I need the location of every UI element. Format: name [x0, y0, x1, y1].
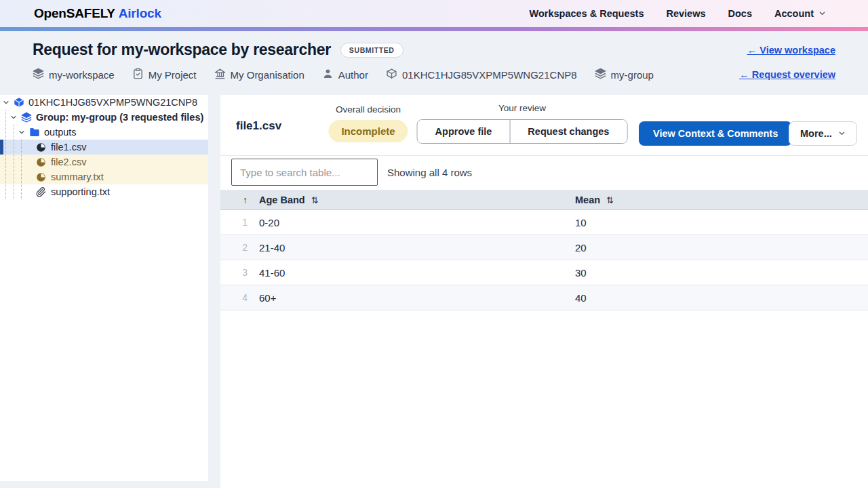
chevron-down-icon	[838, 128, 846, 139]
data-table: ↑ Age Band⇅ Mean⇅ 1 0-20 10 2 21-40 20 3…	[220, 190, 868, 310]
tree-item-label: Group: my-group (3 requested files)	[36, 112, 203, 123]
nav-workspaces-requests[interactable]: Workspaces & Requests	[530, 8, 644, 19]
meta-author: Author	[322, 68, 368, 81]
more-button[interactable]: More...	[789, 121, 857, 146]
nav-account-label: Account	[774, 8, 814, 19]
tree-item-label: summary.txt	[51, 171, 104, 182]
tree-item-file2[interactable]: file2.csv	[0, 155, 208, 169]
view-workspace-link[interactable]: ← View workspace	[747, 45, 835, 56]
chevron-down-icon[interactable]	[18, 129, 26, 136]
request-header: Request for my-workspace by researcher S…	[0, 31, 868, 95]
pie-chart-icon	[35, 142, 47, 153]
clipboard-icon	[132, 68, 144, 81]
meta-project: My Project	[132, 68, 197, 81]
brand-primary: OpenSAFELY	[34, 6, 115, 20]
paperclip-icon	[35, 186, 47, 198]
pie-chart-icon	[35, 157, 47, 168]
rows-status-text: Showing all 4 rows	[387, 159, 472, 186]
table-search-input[interactable]	[231, 159, 378, 186]
chevron-down-icon[interactable]	[10, 114, 18, 121]
view-context-comments-button[interactable]: View Context & Comments	[639, 121, 792, 146]
review-button-group: Approve file Request changes	[417, 119, 628, 144]
tree-item-request-id[interactable]: 01KHC1HJG85VXPMP5WNG21CNP8	[0, 95, 208, 110]
nav-account[interactable]: Account	[774, 8, 826, 19]
meta-organisation: My Organisation	[214, 68, 304, 81]
nav-reviews[interactable]: Reviews	[666, 8, 705, 19]
file-tree: 01KHC1HJG85VXPMP5WNG21CNP8 Group: my-gro…	[0, 95, 208, 199]
page-title: Request for my-workspace by researcher	[33, 41, 331, 59]
folder-icon	[28, 127, 40, 138]
table-row: 3 41-60 30	[220, 260, 868, 285]
meta-workspace: my-workspace	[33, 68, 115, 81]
file-tree-sidebar: 01KHC1HJG85VXPMP5WNG21CNP8 Group: my-gro…	[0, 95, 208, 481]
nav-docs[interactable]: Docs	[728, 8, 752, 19]
overall-decision-label: Overall decision	[328, 104, 408, 115]
top-nav: OpenSAFELYAirlock Workspaces & Requests …	[0, 0, 868, 27]
decision-badge: Incomplete	[328, 120, 408, 142]
meta-request-id: 01KHC1HJG85VXPMP5WNG21CNP8	[386, 68, 577, 81]
overall-decision: Overall decision Incomplete	[328, 104, 408, 142]
bank-icon	[214, 68, 226, 81]
layers-icon	[595, 68, 606, 81]
brand-accent: Airlock	[119, 6, 161, 20]
cube-icon	[386, 68, 397, 81]
request-overview-link[interactable]: ← Request overview	[739, 69, 835, 80]
table-row: 4 60+ 40	[220, 285, 868, 310]
user-icon	[322, 68, 334, 81]
nav-links: Workspaces & Requests Reviews Docs Accou…	[530, 8, 826, 19]
approve-file-button[interactable]: Approve file	[418, 120, 510, 143]
tree-item-supporting[interactable]: supporting.txt	[0, 184, 208, 199]
tree-item-label: supporting.txt	[51, 186, 110, 197]
table-row: 1 0-20 10	[220, 210, 868, 235]
status-badge: SUBMITTED	[340, 43, 403, 58]
request-changes-button[interactable]: Request changes	[509, 120, 627, 143]
your-review: Your review Approve file Request changes	[417, 103, 628, 144]
layers-icon	[33, 68, 44, 81]
tree-item-outputs-folder[interactable]: outputs	[0, 125, 208, 140]
sort-both-icon[interactable]: ⇅	[606, 195, 614, 205]
pie-chart-icon	[35, 171, 47, 183]
file-review-panel: file1.csv Overall decision Incomplete Yo…	[220, 95, 868, 488]
column-header-age-band[interactable]: Age Band⇅	[249, 195, 565, 205]
table-row: 2 21-40 20	[220, 235, 868, 260]
sort-both-icon[interactable]: ⇅	[311, 195, 319, 205]
file-review-toolbar: file1.csv Overall decision Incomplete Yo…	[220, 95, 868, 156]
cube-icon	[13, 97, 24, 108]
tree-item-label: 01KHC1HJG85VXPMP5WNG21CNP8	[28, 97, 197, 108]
tree-item-label: outputs	[44, 127, 77, 138]
column-header-mean[interactable]: Mean⇅	[565, 195, 868, 205]
sort-ascending-icon[interactable]: ↑	[220, 195, 249, 205]
chevron-down-icon[interactable]	[3, 99, 10, 106]
layers-icon	[20, 112, 32, 123]
tree-item-label: file2.csv	[51, 157, 86, 167]
chevron-down-icon	[818, 8, 826, 19]
request-meta: my-workspace My Project My Organisation …	[33, 68, 654, 81]
app-logo[interactable]: OpenSAFELYAirlock	[34, 6, 161, 21]
tree-item-file1[interactable]: file1.csv	[0, 140, 208, 155]
tree-item-summary[interactable]: summary.txt	[0, 169, 208, 184]
tree-item-group[interactable]: Group: my-group (3 requested files)	[0, 110, 208, 125]
file-title: file1.csv	[236, 119, 281, 133]
meta-group: my-group	[595, 68, 654, 81]
your-review-label: Your review	[417, 103, 628, 113]
tree-item-label: file1.csv	[51, 142, 86, 152]
more-button-label: More...	[800, 128, 832, 139]
table-header-row: ↑ Age Band⇅ Mean⇅	[220, 190, 868, 210]
